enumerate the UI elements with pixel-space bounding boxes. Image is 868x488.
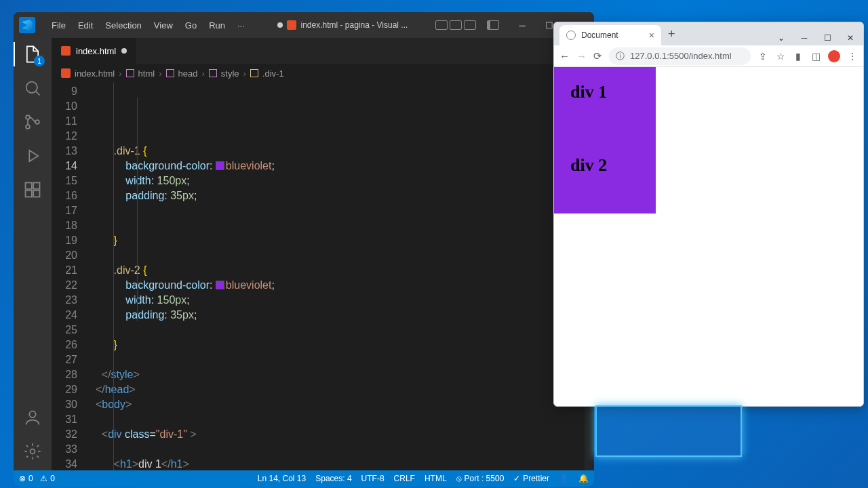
sidepanel-icon[interactable]: ◫	[810, 51, 821, 62]
svg-point-9	[31, 449, 35, 454]
bookmark-icon[interactable]: ☆	[775, 51, 786, 62]
browser-tab[interactable]: Document ×	[559, 25, 661, 45]
remote-indicator[interactable]: ⊗ 0 ⚠ 0	[19, 474, 55, 483]
search-icon[interactable]	[23, 79, 42, 98]
browser-minimize-button[interactable]: ─	[794, 33, 814, 43]
dirty-indicator-icon	[277, 22, 283, 28]
prettier-status[interactable]: ✓ Prettier	[513, 474, 549, 483]
div2-heading: div 2	[570, 155, 639, 176]
breadcrumbs[interactable]: index.html › html › head › style › .div-…	[52, 64, 594, 83]
tag-icon	[209, 69, 217, 77]
explorer-icon[interactable]: 1	[23, 45, 42, 64]
chevron-right-icon: ›	[243, 68, 246, 79]
browser-min-icon[interactable]: ⌄	[771, 33, 791, 43]
reload-button[interactable]: ⟳	[593, 50, 602, 62]
account-icon[interactable]	[23, 408, 42, 427]
back-button[interactable]: ←	[559, 50, 570, 62]
browser-maximize-button[interactable]: ☐	[817, 33, 837, 43]
kebab-menu-icon[interactable]: ⋮	[847, 51, 858, 62]
html-file-icon	[287, 20, 296, 30]
browser-window: Document × + ⌄ ─ ☐ ✕ ← → ⟳ ⓘ 127.0.0.1:5…	[553, 22, 864, 407]
crumb-file[interactable]: index.html	[75, 68, 115, 79]
menu-edit[interactable]: Edit	[73, 18, 98, 33]
browser-close-button[interactable]: ✕	[840, 33, 861, 43]
menu-file[interactable]: File	[46, 18, 71, 33]
menu-bar: File Edit Selection View Go Run ···	[46, 18, 250, 33]
code-lines[interactable]: .div-1 { background-color: blueviolet; w…	[90, 83, 594, 470]
browser-tabstrip: Document × + ⌄ ─ ☐ ✕	[554, 22, 863, 45]
tag-icon	[166, 69, 174, 77]
html-file-icon	[61, 46, 71, 56]
crumb-style[interactable]: style	[221, 68, 239, 79]
svg-point-3	[35, 120, 39, 124]
layout-customize-icon[interactable]	[487, 20, 499, 30]
extensions-icon[interactable]	[23, 180, 42, 199]
editor: index.html index.html › html › head › st…	[52, 38, 594, 470]
encoding-status[interactable]: UTF-8	[361, 474, 384, 483]
rendered-div-1: div 1	[554, 67, 656, 140]
chevron-right-icon: ›	[119, 68, 121, 79]
chevron-right-icon: ›	[201, 68, 204, 79]
tab-index-html[interactable]: index.html	[52, 38, 137, 64]
html-file-icon	[61, 68, 71, 78]
title-text: index.html - pagina - Visual ...	[300, 20, 408, 30]
vscode-window: File Edit Selection View Go Run ··· inde…	[14, 12, 594, 487]
site-info-icon[interactable]: ⓘ	[616, 50, 625, 62]
feedback-icon[interactable]: 👤	[559, 474, 569, 483]
svg-rect-5	[33, 183, 39, 189]
address-bar-row: ← → ⟳ ⓘ 127.0.0.1:5500/index.html ⇪ ☆ ▮ …	[554, 45, 863, 67]
titlebar: File Edit Selection View Go Run ··· inde…	[14, 12, 594, 38]
menu-go[interactable]: Go	[180, 18, 202, 33]
crumb-html[interactable]: html	[138, 68, 155, 79]
tab-title: Document	[581, 30, 618, 40]
crumb-div1[interactable]: .div-1	[262, 68, 284, 79]
url-text: 127.0.0.1:5500/index.html	[630, 51, 732, 61]
layout-panel-left-icon[interactable]	[435, 20, 448, 30]
menu-run[interactable]: Run	[203, 18, 231, 33]
settings-gear-icon[interactable]	[23, 442, 42, 461]
new-tab-button[interactable]: +	[661, 27, 682, 41]
svg-point-1	[26, 115, 30, 119]
eol-status[interactable]: CRLF	[394, 474, 415, 483]
editor-tabs: index.html	[52, 38, 594, 64]
menu-view[interactable]: View	[149, 18, 178, 33]
tab-label: index.html	[76, 46, 116, 56]
forward-button[interactable]: →	[576, 50, 587, 62]
layout-panel-right-icon[interactable]	[464, 20, 476, 30]
layout-panel-bottom-icon[interactable]	[450, 20, 462, 30]
dirty-dot-icon	[121, 48, 127, 54]
code-area[interactable]: 9101112131415161718192021222324252627282…	[52, 83, 594, 470]
line-gutter: 9101112131415161718192021222324252627282…	[52, 83, 90, 470]
indent-status[interactable]: Spaces: 4	[315, 474, 351, 483]
address-bar[interactable]: ⓘ 127.0.0.1:5500/index.html	[609, 47, 751, 65]
browser-viewport: div 1 div 2	[554, 67, 863, 406]
run-debug-icon[interactable]	[23, 146, 42, 165]
language-status[interactable]: HTML	[425, 474, 447, 483]
window-title: index.html - pagina - Visual ...	[250, 20, 435, 30]
crumb-head[interactable]: head	[178, 68, 198, 79]
menu-selection[interactable]: Selection	[100, 18, 146, 33]
svg-rect-4	[26, 183, 32, 189]
status-bar: ⊗ 0 ⚠ 0 Ln 14, Col 13 Spaces: 4 UTF-8 CR…	[14, 470, 594, 487]
cursor-position[interactable]: Ln 14, Col 13	[258, 474, 306, 483]
chevron-right-icon: ›	[159, 68, 161, 79]
vscode-logo-icon	[19, 17, 35, 33]
desktop-window-outline	[595, 405, 742, 457]
share-icon[interactable]: ⇪	[757, 51, 768, 62]
bell-icon[interactable]: 🔔	[578, 474, 589, 483]
explorer-badge: 1	[34, 56, 45, 66]
liveserver-status[interactable]: ⦸ Port : 5500	[456, 474, 505, 483]
source-control-icon[interactable]	[23, 113, 42, 131]
svg-rect-7	[33, 190, 39, 197]
tag-icon	[250, 69, 258, 77]
extension-icon[interactable]: ▮	[793, 51, 804, 62]
svg-point-0	[26, 82, 37, 93]
div1-heading: div 1	[570, 82, 639, 102]
menu-more[interactable]: ···	[232, 18, 250, 33]
minimize-button[interactable]: ─	[510, 16, 534, 35]
svg-point-2	[26, 125, 30, 129]
tag-icon	[126, 69, 134, 77]
profile-avatar-icon[interactable]	[828, 50, 840, 62]
svg-rect-6	[26, 190, 32, 197]
tab-close-icon[interactable]: ×	[649, 30, 654, 41]
